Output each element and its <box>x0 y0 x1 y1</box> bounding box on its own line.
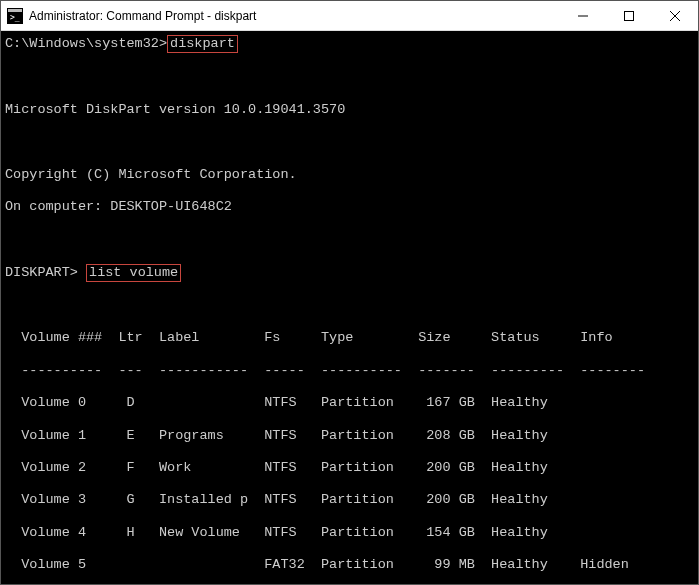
window-controls <box>560 1 698 30</box>
table-row: Volume 2 F Work NTFS Partition 200 GB He… <box>5 460 698 476</box>
version-line: Microsoft DiskPart version 10.0.19041.35… <box>5 102 698 118</box>
terminal-output[interactable]: C:\Windows\system32>diskpart Microsoft D… <box>1 31 698 584</box>
diskpart-prompt: DISKPART> <box>5 265 78 280</box>
close-button[interactable] <box>652 1 698 30</box>
computer-line: On computer: DESKTOP-UI648C2 <box>5 199 698 215</box>
window-title: Administrator: Command Prompt - diskpart <box>29 9 560 23</box>
titlebar[interactable]: >_ Administrator: Command Prompt - diskp… <box>1 1 698 31</box>
copyright-line: Copyright (C) Microsoft Corporation. <box>5 167 698 183</box>
maximize-button[interactable] <box>606 1 652 30</box>
command-prompt-window: >_ Administrator: Command Prompt - diskp… <box>0 0 699 585</box>
svg-rect-4 <box>625 11 634 20</box>
command-list-volume: list volume <box>86 264 181 282</box>
table-header: Volume ### Ltr Label Fs Type Size Status… <box>5 330 698 346</box>
minimize-button[interactable] <box>560 1 606 30</box>
table-row: Volume 1 E Programs NTFS Partition 208 G… <box>5 428 698 444</box>
table-row: Volume 4 H New Volume NTFS Partition 154… <box>5 525 698 541</box>
svg-rect-1 <box>8 9 22 12</box>
app-icon: >_ <box>7 8 23 24</box>
table-divider: ---------- --- ----------- ----- -------… <box>5 363 698 379</box>
table-row: Volume 0 D NTFS Partition 167 GB Healthy <box>5 395 698 411</box>
svg-text:>_: >_ <box>10 13 20 22</box>
prompt-path: C:\Windows\system32> <box>5 36 167 51</box>
table-row: Volume 3 G Installed p NTFS Partition 20… <box>5 492 698 508</box>
table-row: Volume 5 FAT32 Partition 99 MB Healthy H… <box>5 557 698 573</box>
command-diskpart: diskpart <box>167 35 238 53</box>
